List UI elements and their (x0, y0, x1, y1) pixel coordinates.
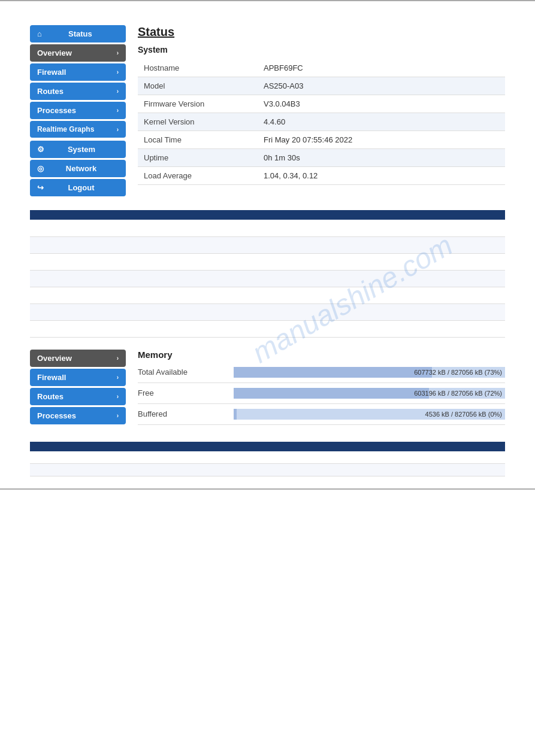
table-row: Load Average 1.04, 0.34, 0.12 (138, 167, 505, 185)
memory-bar-text: 4536 kB / 827056 kB (0%) (425, 411, 502, 418)
chevron-right-icon: › (117, 107, 119, 114)
table-cell (150, 220, 505, 236)
sidebar-status-header[interactable]: ⌂ Status (30, 25, 126, 42)
memory-firewall-label: Firewall (37, 373, 66, 382)
table-cell (30, 270, 150, 287)
memory-overview-label: Overview (37, 354, 72, 363)
table-label: Uptime (138, 149, 258, 167)
memory-bar-fill (234, 388, 429, 399)
status-content: Status System Hostname APBF69FC Model AS… (138, 25, 505, 198)
main-content: manualshine.com ⌂ Status Overview › Fire… (0, 1, 535, 488)
sidebar-logout-label: Logout (68, 183, 94, 192)
chevron-right-icon: › (117, 412, 119, 419)
memory-bar-fill (234, 367, 432, 378)
table-row (30, 220, 505, 236)
memory-sidebar-processes[interactable]: Processes › (30, 407, 126, 424)
sidebar-realtime-label: Realtime Graphs (37, 125, 94, 133)
memory-bar-container: 607732 kB / 827056 kB (73%) (234, 367, 505, 378)
bottom-border (0, 488, 535, 490)
memory-row: Free 603196 kB / 827056 kB (72%) (138, 388, 505, 404)
table-row (30, 303, 505, 320)
memory-sidebar-routes[interactable]: Routes › (30, 388, 126, 405)
memory-row-label: Total Available (138, 368, 234, 377)
sidebar-item-system[interactable]: ⚙ System (30, 141, 126, 158)
bottom-table (30, 442, 505, 476)
network-icon: ◎ (37, 164, 44, 173)
chevron-right-icon: › (117, 393, 119, 400)
table-row: Kernel Version 4.4.60 (138, 113, 505, 131)
table-cell (30, 303, 150, 320)
memory-sidebar-firewall[interactable]: Firewall › (30, 369, 126, 386)
sidebar-system-label: System (68, 145, 95, 154)
bottom-table-header-col1 (30, 442, 150, 451)
sidebar-routes-label: Routes (37, 87, 64, 96)
chevron-right-icon: › (117, 69, 119, 75)
table-label: Hostname (138, 59, 258, 77)
page-wrapper: manualshine.com ⌂ Status Overview › Fire… (0, 0, 535, 756)
table-value: 1.04, 0.34, 0.12 (258, 167, 505, 185)
table-row (30, 463, 505, 476)
memory-row: Buffered 4536 kB / 827056 kB (0%) (138, 409, 505, 425)
full-table-section (30, 210, 505, 338)
table-row: Firmware Version V3.0.04B3 (138, 95, 505, 113)
page-title: Status (138, 25, 505, 39)
table-cell (150, 287, 505, 303)
sidebar-item-overview[interactable]: Overview › (30, 44, 126, 62)
table-label: Local Time (138, 131, 258, 149)
memory-sidebar-overview[interactable]: Overview › (30, 350, 126, 367)
table-cell (150, 463, 505, 476)
full-table-header-col1 (30, 210, 150, 220)
bottom-table-section (30, 442, 505, 476)
table-cell (30, 236, 150, 253)
chevron-right-icon: › (117, 50, 119, 56)
table-row: Local Time Fri May 20 07:55:46 2022 (138, 131, 505, 149)
system-icon: ⚙ (37, 145, 44, 154)
chevron-right-icon: › (117, 126, 119, 133)
sidebar-network-label: Network (66, 164, 96, 173)
table-row: Model AS250-A03 (138, 77, 505, 95)
sidebar-overview-label: Overview (37, 48, 72, 57)
memory-bar-container: 4536 kB / 827056 kB (0%) (234, 409, 505, 420)
memory-processes-label: Processes (37, 411, 76, 420)
sidebar-item-routes[interactable]: Routes › (30, 83, 126, 100)
table-row (30, 451, 505, 464)
table-row (30, 236, 505, 253)
bottom-table-header-row (30, 442, 505, 451)
full-table-header-row (30, 210, 505, 220)
sidebar-item-logout[interactable]: ↪ Logout (30, 179, 126, 196)
chevron-right-icon: › (117, 355, 119, 362)
table-cell (150, 236, 505, 253)
memory-row: Total Available 607732 kB / 827056 kB (7… (138, 367, 505, 383)
table-label: Load Average (138, 167, 258, 185)
sidebar: ⌂ Status Overview › Firewall › Routes (30, 25, 126, 198)
table-cell (30, 220, 150, 236)
table-value: APBF69FC (258, 59, 505, 77)
memory-content: Memory Total Available 607732 kB / 82705… (138, 350, 505, 430)
main-layout: manualshine.com ⌂ Status Overview › Fire… (30, 25, 505, 198)
sidebar-item-network[interactable]: ◎ Network (30, 160, 126, 177)
memory-title: Memory (138, 350, 505, 360)
system-info-table: Hostname APBF69FC Model AS250-A03 Firmwa… (138, 59, 505, 185)
sidebar-status-label: Status (68, 29, 92, 38)
table-value: AS250-A03 (258, 77, 505, 95)
table-value: 0h 1m 30s (258, 149, 505, 167)
table-cell (30, 253, 150, 270)
table-label: Firmware Version (138, 95, 258, 113)
table-cell (150, 253, 505, 270)
table-cell (30, 451, 150, 464)
full-table (30, 210, 505, 338)
sidebar-firewall-label: Firewall (37, 68, 66, 77)
memory-section: Overview › Firewall › Routes › Processes… (30, 350, 505, 430)
table-row (30, 320, 505, 337)
table-row: Hostname APBF69FC (138, 59, 505, 77)
table-value: Fri May 20 07:55:46 2022 (258, 131, 505, 149)
sidebar-item-processes[interactable]: Processes › (30, 102, 126, 119)
chevron-right-icon: › (117, 88, 119, 95)
table-cell (30, 287, 150, 303)
table-cell (30, 463, 150, 476)
table-value: V3.0.04B3 (258, 95, 505, 113)
table-cell (150, 451, 505, 464)
sidebar-item-realtime-graphs[interactable]: Realtime Graphs › (30, 121, 126, 138)
table-row (30, 287, 505, 303)
sidebar-item-firewall[interactable]: Firewall › (30, 63, 126, 81)
